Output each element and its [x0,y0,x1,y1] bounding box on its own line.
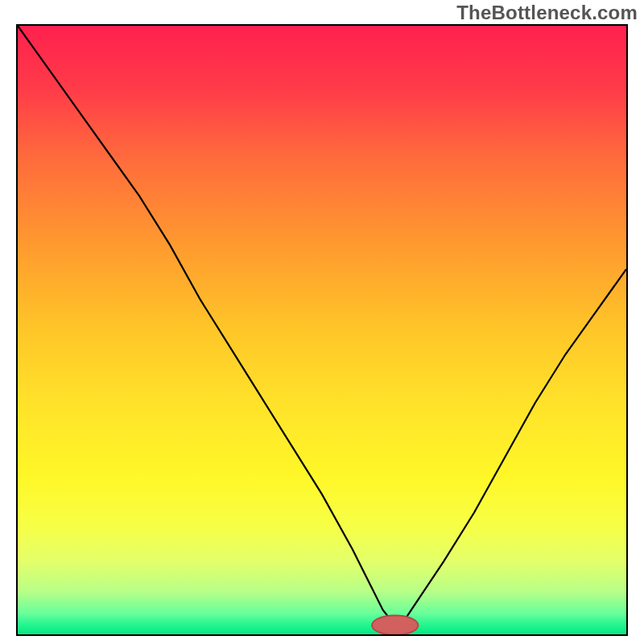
gradient-background [18,26,626,634]
plot-svg [18,26,626,634]
watermark-text: TheBottleneck.com [456,2,638,24]
chart-stage: TheBottleneck.com [0,0,644,644]
plot-frame [16,24,628,636]
optimal-marker [372,616,418,634]
